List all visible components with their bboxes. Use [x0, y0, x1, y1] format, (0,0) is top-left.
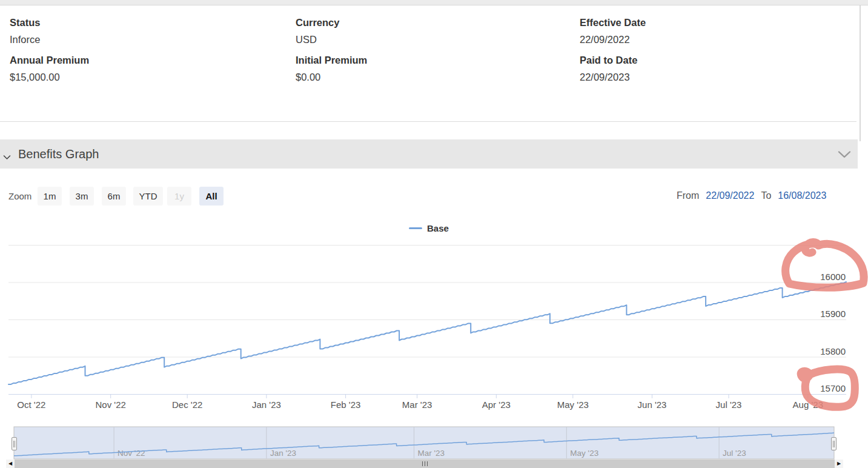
navigator-right-handle[interactable] — [831, 437, 837, 450]
x-axis-label: Oct '22 — [17, 399, 45, 410]
x-axis-label: Dec '22 — [172, 399, 202, 410]
policy-benefits-screen: Status Inforce Currency USD Effective Da… — [0, 0, 868, 468]
navigator-left-handle[interactable] — [12, 437, 17, 450]
y-axis-label: 15900 — [820, 309, 846, 319]
y-axis-label: 15700 — [820, 383, 846, 393]
navigator-axis-label: Nov '22 — [118, 449, 145, 458]
x-axis-label: Nov '22 — [96, 399, 126, 410]
y-axis-label: 15800 — [820, 346, 846, 356]
x-axis-label: Jun '23 — [638, 399, 667, 410]
x-axis-label: Aug '23 — [793, 399, 823, 410]
scrollbar-grip-icon[interactable] — [422, 461, 428, 466]
x-axis-label: Jan '23 — [252, 399, 281, 410]
series-line-base[interactable] — [8, 282, 846, 384]
x-axis-label: Mar '23 — [402, 399, 432, 410]
scrollbar-left-arrow-icon[interactable]: ◀ — [6, 460, 15, 468]
navigator-axis-label: Jan '23 — [270, 449, 296, 458]
benefits-line-chart: Oct '22Nov '22Dec '22Jan '23Feb '23Mar '… — [0, 0, 868, 468]
x-axis-label: Apr '23 — [482, 399, 511, 410]
x-axis-label: May '23 — [557, 399, 589, 410]
x-axis-label: Feb '23 — [331, 399, 361, 410]
y-axis-label: 16000 — [820, 272, 846, 282]
handle-grip-icon — [833, 441, 835, 447]
navigator-axis-label: Jul '23 — [723, 449, 746, 458]
navigator-axis-label: Mar '23 — [418, 449, 445, 458]
x-axis-label: Jul '23 — [716, 399, 742, 410]
scrollbar-right-arrow-icon[interactable]: ▶ — [835, 460, 843, 468]
handle-grip-icon — [13, 441, 15, 447]
navigator-axis-label: May '23 — [570, 449, 598, 458]
